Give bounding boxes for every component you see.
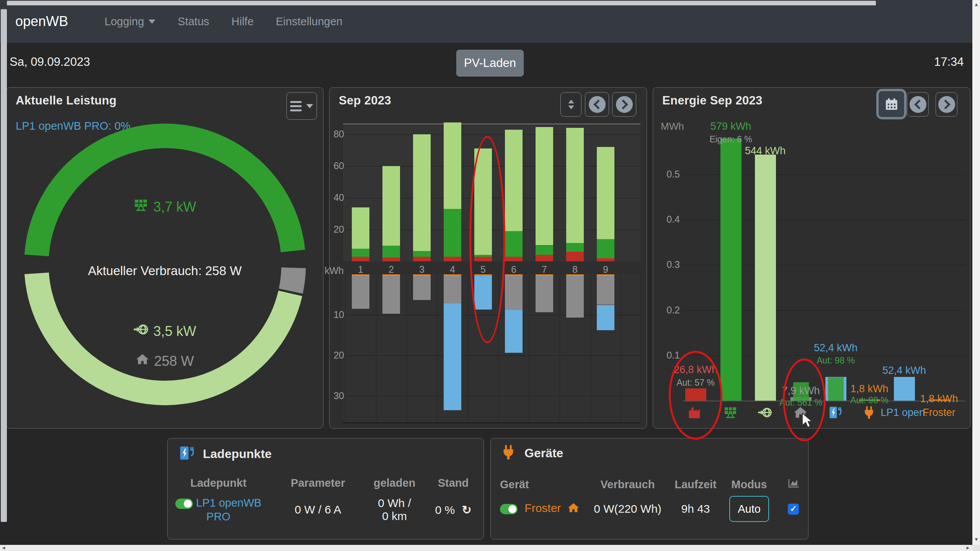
nav-item-hilfe[interactable]: Hilfe: [232, 15, 254, 28]
bar-grid-import: [444, 257, 461, 261]
devices-header-row: Gerät Verbrauch Laufzeit Modus: [491, 477, 809, 492]
scroll-right-arrow[interactable]: ►: [965, 545, 970, 551]
bar-grid-export: [352, 207, 369, 249]
y-axis-tick-label: 20: [323, 224, 344, 235]
device-chart-checkbox[interactable]: ✓: [788, 504, 799, 515]
next-month-button[interactable]: [612, 92, 636, 117]
nav-item-logging[interactable]: Logging: [105, 15, 155, 28]
bar-sub-label: Aut: 98 %: [807, 355, 864, 366]
column-gridline: [529, 274, 529, 423]
bar-house-consumption: [352, 276, 369, 309]
bar-sub-label: Eigen: 6 %: [702, 134, 760, 145]
col-header-chart: [778, 477, 809, 492]
y-gridline: [346, 134, 640, 135]
col-header-modus: Modus: [720, 478, 778, 491]
col-header-geraet: Gerät: [491, 478, 585, 491]
previous-period-button[interactable]: [907, 92, 929, 117]
refresh-icon[interactable]: ↻: [462, 504, 471, 516]
calendar-range-button[interactable]: [878, 91, 905, 117]
bar-grid-export: [566, 128, 584, 243]
navbar: openWB Logging Status Hilfe Einstellunge…: [0, 0, 980, 43]
bar-value-label: 7,9 kWh: [772, 385, 830, 397]
menu-icon: [290, 101, 302, 111]
x-axis-day-label: 6: [502, 264, 525, 275]
device-runtime-cell: 9h 43: [671, 502, 720, 515]
device-name[interactable]: Froster: [524, 502, 561, 514]
charged-energy: 0 Wh /: [367, 497, 422, 510]
card-title-energy-chart: Energie Sep 2023: [662, 94, 763, 108]
device-consumption-cell: 0 W(220 Wh): [585, 502, 671, 515]
nav-item-einstellungen[interactable]: Einstellungen: [276, 15, 343, 28]
bar-value-label: 52,4 kWh: [807, 342, 864, 354]
scroll-down-arrow[interactable]: ▼: [974, 536, 979, 543]
scroll-up-arrow[interactable]: ▲: [974, 2, 979, 8]
col-header-laufzeit: Laufzeit: [671, 478, 720, 491]
charging-station-icon: [178, 445, 195, 463]
category-name-label[interactable]: Froster: [910, 407, 968, 419]
bar-value-label: 26,8 kWh: [667, 364, 724, 376]
device-row: Froster 0 W(220 Wh) 9h 43 Auto ✓: [491, 496, 809, 522]
bar-value-label: 544 kWh: [737, 145, 794, 157]
bar-pv-self-consumption: [413, 251, 431, 257]
horizontal-scrollbar-thumb[interactable]: [7, 1, 876, 5]
next-period-button[interactable]: [936, 92, 957, 117]
house-icon: [567, 504, 580, 516]
charged-distance: 0 km: [367, 510, 422, 523]
y-axis-tick-label: 0.2: [661, 305, 680, 316]
y-axis-tick-label: 10: [323, 309, 344, 320]
chevron-down-icon: [149, 20, 155, 24]
month-bar-chart: 20406080102030kWh123456789: [343, 124, 640, 423]
bar-grid-export: [597, 147, 614, 239]
house-icon: [136, 352, 149, 370]
chargepoint-name-link[interactable]: LP1 openWB PRO: [196, 497, 261, 523]
column-gridline: [498, 274, 499, 423]
house-power-value: 258 W: [154, 353, 194, 369]
chargepoint-toggle[interactable]: [175, 499, 193, 509]
device-toggle[interactable]: [500, 504, 518, 514]
y-axis-tick-label: 0.3: [661, 259, 680, 270]
column-gridline: [437, 274, 438, 423]
bar-grid-import: [352, 257, 369, 261]
column-gridline: [560, 274, 560, 423]
chargepoints-card: Ladepunkte Ladepunkt Parameter geladen S…: [167, 438, 484, 540]
column-gridline: [590, 274, 591, 423]
calendar-icon: [884, 97, 899, 111]
horizontal-scrollbar[interactable]: ◄ ►: [0, 545, 972, 551]
energy-chart-card: Energie Sep 2023 MWh0.10.20.30.40.526,8 …: [653, 87, 970, 429]
scroll-left-arrow[interactable]: ◄: [1, 545, 6, 551]
y-axis-tick-label: 60: [323, 160, 344, 171]
previous-month-button[interactable]: [585, 92, 609, 117]
y-axis-tick-label: 40: [323, 192, 344, 203]
chevron-down-icon: [306, 104, 313, 108]
chevron-left-circle-icon: [910, 96, 926, 113]
house-power-row: 258 W: [7, 352, 323, 370]
current-date: Sa, 09.09.2023: [10, 55, 90, 69]
energy-bar-chart: MWh0.10.20.30.40.526,8 kWhAut: 57 %579 k…: [661, 122, 965, 424]
vertical-scrollbar[interactable]: ▲ ▼: [972, 0, 980, 545]
device-mode-button[interactable]: Auto: [729, 496, 769, 522]
chargepoints-title: Ladepunkte: [203, 447, 272, 461]
nav-item-status[interactable]: Status: [178, 15, 209, 28]
bar-chargepoints: [474, 276, 492, 310]
bar-grid-export: [444, 122, 461, 209]
gauge-menu-button[interactable]: [286, 92, 317, 120]
x-axis-day-label: 2: [380, 264, 403, 275]
col-header-stand: Stand: [422, 477, 484, 489]
device-name-cell: Froster: [491, 502, 585, 517]
bar-house-consumption: [413, 276, 431, 300]
vertical-scrollbar-thumb[interactable]: [1, 9, 7, 522]
charge-mode-button[interactable]: PV-Laden: [456, 50, 524, 77]
chart-scale-button[interactable]: [560, 92, 581, 117]
bar-pv-self-consumption: [597, 239, 614, 258]
export-globe-icon: [133, 322, 149, 341]
mouse-cursor: [801, 412, 815, 429]
y-axis-tick-label: 80: [323, 129, 344, 140]
chargepoint-charged-cell: 0 Wh / 0 km: [367, 497, 422, 523]
bar-sub-label: Aut: 98 %: [841, 395, 898, 406]
plug-icon: [500, 444, 517, 462]
bar-grid-export: [474, 148, 492, 255]
bar-value-label: 52,4 kWh: [875, 365, 933, 377]
bar-grid-import: [382, 258, 400, 261]
bar-house-consumption: [566, 276, 584, 318]
bar-value-label: 1,8 kWh: [841, 383, 898, 395]
